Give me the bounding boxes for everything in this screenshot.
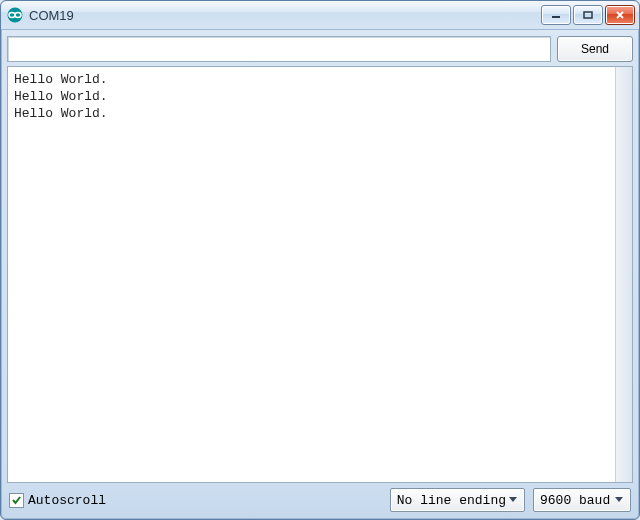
output-line: Hello World. <box>14 71 609 88</box>
dropdown-arrow-icon <box>506 497 520 503</box>
baud-rate-value: 9600 baud <box>540 493 612 508</box>
line-ending-value: No line ending <box>397 493 506 508</box>
maximize-button[interactable] <box>573 5 603 25</box>
serial-output[interactable]: Hello World.Hello World.Hello World. <box>8 67 615 482</box>
autoscroll-label: Autoscroll <box>28 493 106 508</box>
minimize-button[interactable] <box>541 5 571 25</box>
close-button[interactable] <box>605 5 635 25</box>
serial-output-panel: Hello World.Hello World.Hello World. <box>7 66 633 483</box>
serial-monitor-window: COM19 Send Hello World.Hello World.Hello… <box>0 0 640 520</box>
footer-bar: Autoscroll No line ending 9600 baud <box>7 487 633 513</box>
vertical-scrollbar[interactable] <box>615 67 632 482</box>
serial-send-input[interactable] <box>7 36 551 62</box>
window-title: COM19 <box>29 8 74 23</box>
send-button[interactable]: Send <box>557 36 633 62</box>
client-area: Send Hello World.Hello World.Hello World… <box>1 30 639 519</box>
arduino-icon <box>7 7 23 23</box>
output-line: Hello World. <box>14 88 609 105</box>
checkbox-box <box>9 493 24 508</box>
line-ending-select[interactable]: No line ending <box>390 488 525 512</box>
svg-rect-4 <box>584 12 592 18</box>
dropdown-arrow-icon <box>612 497 626 503</box>
autoscroll-checkbox[interactable]: Autoscroll <box>9 493 106 508</box>
output-line: Hello World. <box>14 105 609 122</box>
baud-rate-select[interactable]: 9600 baud <box>533 488 631 512</box>
titlebar[interactable]: COM19 <box>1 1 639 30</box>
